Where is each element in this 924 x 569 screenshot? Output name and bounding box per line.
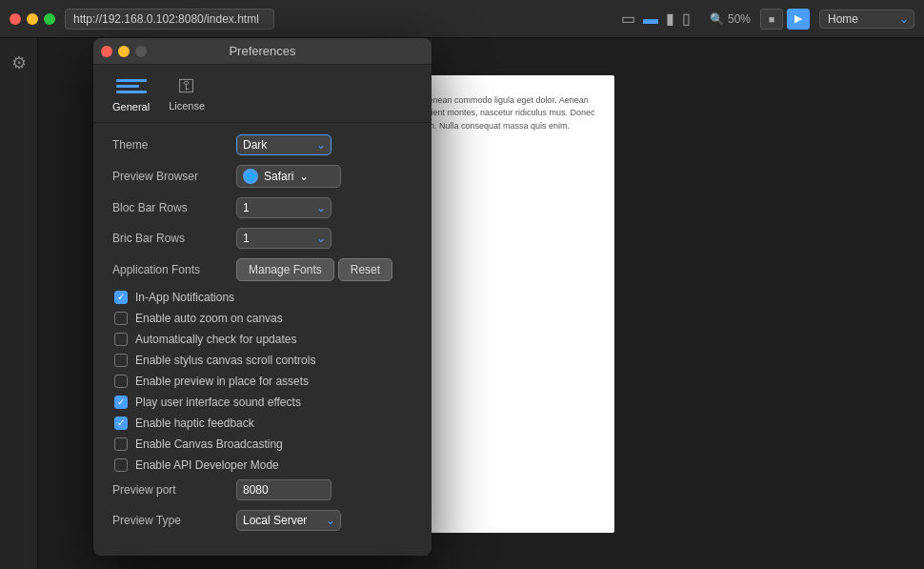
- bloc-bar-rows-label: Bloc Bar Rows: [112, 201, 236, 214]
- preview-type-select[interactable]: Local Server: [236, 510, 341, 531]
- bloc-bar-rows-select[interactable]: 1: [236, 197, 331, 218]
- general-tab[interactable]: General: [112, 74, 150, 112]
- preview-type-select-wrapper: Local Server: [236, 510, 341, 531]
- checkbox-row-4: Enable preview in place for assets: [112, 375, 412, 388]
- checkbox-row-8: Enable API Developer Mode: [112, 458, 412, 472]
- theme-row: Theme Dark: [112, 134, 412, 155]
- preview-port-label: Preview port: [112, 483, 236, 497]
- home-select-wrapper: Home: [819, 10, 914, 29]
- checkbox-row-2: Automatically check for updates: [112, 333, 412, 346]
- license-tab-icon: ⚿: [178, 76, 195, 96]
- checkboxes-section: In-App Notifications Enable auto zoom on…: [112, 291, 412, 472]
- bloc-bar-rows-row: Bloc Bar Rows 1: [112, 197, 412, 218]
- sound-effects-checkbox[interactable]: [114, 396, 128, 409]
- dialog-titlebar: Preferences: [93, 38, 432, 65]
- canvas-broadcasting-checkbox[interactable]: [114, 437, 128, 451]
- bric-bar-rows-select[interactable]: 1: [236, 228, 331, 249]
- auto-zoom-label: Enable auto zoom on canvas: [135, 312, 283, 325]
- dialog-zoom-button[interactable]: [135, 46, 147, 57]
- desktop-icon[interactable]: ▭: [621, 10, 635, 28]
- safari-globe-icon: 🌐: [243, 169, 258, 184]
- preview-browser-row: Preview Browser 🌐 Safari ⌄: [112, 165, 412, 188]
- close-button[interactable]: [10, 13, 21, 25]
- application-fonts-label: Application Fonts: [112, 263, 236, 276]
- checkbox-row-3: Enable stylus canvas scroll controls: [112, 354, 412, 367]
- play-button[interactable]: ▶: [787, 9, 810, 30]
- haptic-feedback-label: Enable haptic feedback: [135, 417, 254, 430]
- manage-fonts-button[interactable]: Manage Fonts: [236, 258, 334, 281]
- stylus-scroll-label: Enable stylus canvas scroll controls: [135, 354, 315, 367]
- dialog-traffic-lights: [101, 46, 147, 57]
- stop-button[interactable]: ■: [760, 9, 783, 30]
- license-tab[interactable]: ⚿ License: [169, 76, 205, 112]
- general-tab-label: General: [112, 101, 150, 112]
- search-icon[interactable]: 🔍: [710, 12, 724, 26]
- reset-button[interactable]: Reset: [338, 258, 392, 281]
- dialog-toolbar: General ⚿ License: [93, 65, 432, 123]
- auto-zoom-checkbox[interactable]: [114, 312, 128, 325]
- zoom-area: 🔍 50%: [710, 12, 751, 26]
- auto-check-updates-checkbox[interactable]: [114, 333, 128, 346]
- dialog-close-button[interactable]: [101, 46, 112, 57]
- preview-browser-value: Safari: [264, 170, 299, 183]
- theme-select[interactable]: Dark: [236, 134, 331, 155]
- zoom-value[interactable]: 50%: [728, 12, 751, 26]
- maximize-button[interactable]: [44, 13, 55, 25]
- checkbox-row-5: Play user interface sound effects: [112, 396, 412, 409]
- preview-port-input[interactable]: [236, 479, 331, 500]
- tablet-landscape-icon[interactable]: ▬: [643, 10, 658, 28]
- preview-in-place-checkbox[interactable]: [114, 375, 128, 388]
- checkbox-row-0: In-App Notifications: [112, 291, 412, 304]
- dialog-minimize-button[interactable]: [118, 46, 130, 57]
- preferences-dialog: Preferences General ⚿ License Theme: [93, 38, 432, 556]
- dialog-content: Theme Dark Preview Browser 🌐 Safari ⌄ B: [93, 123, 432, 556]
- license-tab-label: License: [169, 100, 205, 112]
- preview-browser-label: Preview Browser: [112, 170, 236, 183]
- in-app-notifications-label: In-App Notifications: [135, 291, 234, 304]
- theme-select-wrapper: Dark: [236, 134, 331, 155]
- url-bar[interactable]: [65, 9, 274, 30]
- preview-type-row: Preview Type Local Server: [112, 510, 412, 531]
- general-tab-icon: [116, 74, 147, 97]
- bric-bar-rows-row: Bric Bar Rows 1: [112, 228, 412, 249]
- checkbox-row-6: Enable haptic feedback: [112, 417, 412, 430]
- theme-label: Theme: [112, 138, 236, 152]
- preview-browser-select[interactable]: 🌐 Safari ⌄: [236, 165, 341, 188]
- api-developer-mode-checkbox[interactable]: [114, 458, 128, 472]
- top-bar: ▭ ▬ ▮ ▯ 🔍 50% ■ ▶ Home: [0, 0, 924, 38]
- home-select[interactable]: Home: [819, 10, 914, 29]
- auto-check-updates-label: Automatically check for updates: [135, 333, 296, 346]
- api-developer-mode-label: Enable API Developer Mode: [135, 458, 279, 472]
- bric-bar-select-wrapper: 1: [236, 228, 331, 249]
- checkbox-row-7: Enable Canvas Broadcasting: [112, 437, 412, 451]
- minimize-button[interactable]: [27, 13, 38, 25]
- checkbox-row-1: Enable auto zoom on canvas: [112, 312, 412, 325]
- device-icons: ▭ ▬ ▮ ▯: [621, 10, 691, 28]
- tablet-portrait-icon[interactable]: ▮: [666, 10, 674, 28]
- preview-type-label: Preview Type: [112, 514, 236, 527]
- application-fonts-row: Application Fonts Manage Fonts Reset: [112, 258, 412, 281]
- chevron-down-icon: ⌄: [299, 170, 334, 183]
- traffic-lights: [10, 13, 55, 25]
- dialog-title: Preferences: [229, 44, 295, 58]
- sidebar: ⚙: [0, 38, 38, 569]
- play-controls: ■ ▶: [760, 9, 810, 30]
- canvas-broadcasting-label: Enable Canvas Broadcasting: [135, 437, 283, 451]
- main-area: ⚙ adipiscing elit. Aenean commodo ligula…: [0, 38, 924, 569]
- gear-icon[interactable]: ⚙: [11, 52, 27, 73]
- mobile-icon[interactable]: ▯: [682, 10, 691, 28]
- sound-effects-label: Play user interface sound effects: [135, 396, 301, 409]
- in-app-notifications-checkbox[interactable]: [114, 291, 128, 304]
- preview-port-row: Preview port: [112, 479, 412, 500]
- haptic-feedback-checkbox[interactable]: [114, 417, 128, 430]
- stylus-scroll-checkbox[interactable]: [114, 354, 128, 367]
- preview-in-place-label: Enable preview in place for assets: [135, 375, 309, 388]
- bric-bar-rows-label: Bric Bar Rows: [112, 232, 236, 245]
- bloc-bar-select-wrapper: 1: [236, 197, 331, 218]
